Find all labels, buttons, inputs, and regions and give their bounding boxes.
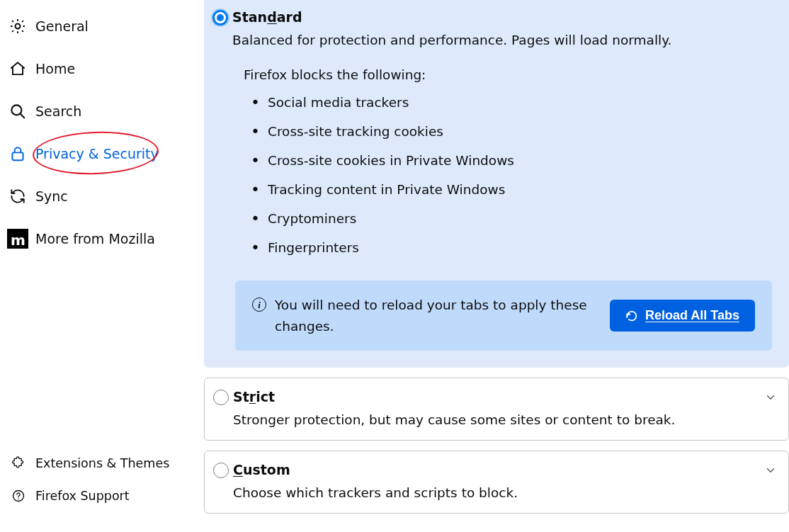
home-icon [7, 58, 28, 79]
sidebar-item-label: Sync [35, 188, 68, 204]
mozilla-icon: m [7, 228, 28, 249]
blocks-list-item: Cross-site tracking cookies [255, 117, 772, 146]
sidebar-footer-extensions[interactable]: Extensions & Themes [0, 450, 204, 477]
preferences-main-pane: Standard Balanced for protection and per… [204, 0, 789, 532]
sidebar-footer-support[interactable]: Firefox Support [0, 482, 204, 509]
title-access-key: C [233, 462, 243, 477]
gear-icon [7, 16, 28, 37]
reload-button-label: Reload All Tabs [645, 308, 739, 323]
sidebar-item-home[interactable]: Home [0, 52, 204, 85]
blocks-list-item: Cryptominers [255, 204, 772, 233]
blocks-list-item: Cross-site cookies in Private Windows [255, 146, 772, 175]
blocks-list-item: Social media trackers [255, 88, 772, 117]
sidebar-item-general[interactable]: General [0, 10, 204, 43]
blocks-list-item: Fingerprinters [255, 233, 772, 262]
reload-icon [625, 310, 638, 322]
tracking-option-custom[interactable]: Custom Choose which trackers and scripts… [204, 451, 789, 514]
tracking-option-description: Stronger protection, but may cause some … [233, 412, 771, 427]
sidebar-item-label: Search [35, 103, 81, 119]
sidebar-item-sync[interactable]: Sync [0, 180, 204, 213]
radio-standard[interactable] [212, 10, 228, 26]
chevron-down-icon [764, 391, 777, 404]
preferences-nav-list: General Home Search [0, 0, 204, 265]
reload-message: You will need to reload your tabs to app… [275, 295, 592, 336]
tracking-option-description: Choose which trackers and scripts to blo… [233, 485, 771, 500]
radio-strict[interactable] [213, 390, 229, 405]
svg-rect-2 [12, 152, 23, 160]
title-access-key: r [249, 389, 256, 404]
search-icon [7, 101, 28, 122]
sidebar-item-privacy-security[interactable]: Privacy & Security [0, 137, 204, 170]
title-prefix: Stan [232, 9, 267, 25]
info-icon: i [252, 298, 266, 312]
title-access-key: d [267, 9, 277, 25]
sidebar-footer-label: Firefox Support [35, 489, 130, 503]
tracking-option-title: Standard [232, 9, 302, 25]
blocks-list: Social media trackers Cross-site trackin… [255, 88, 772, 262]
reload-all-tabs-button[interactable]: Reload All Tabs [610, 300, 755, 332]
puzzle-icon [10, 455, 27, 472]
blocks-heading: Firefox blocks the following: [244, 67, 772, 82]
chevron-down-icon [764, 464, 777, 477]
title-suffix: ard [277, 9, 302, 25]
tracking-option-strict[interactable]: Strict Stronger protection, but may caus… [204, 378, 789, 441]
sidebar-item-search[interactable]: Search [0, 95, 204, 128]
preferences-sidebar-footer: Extensions & Themes Firefox Support [0, 444, 204, 515]
reload-tabs-banner: i You will need to reload your tabs to a… [235, 281, 772, 351]
sidebar-item-label: General [35, 18, 89, 34]
title-suffix: ict [256, 389, 275, 404]
sidebar-item-label: More from Mozilla [35, 231, 155, 247]
radio-custom[interactable] [213, 463, 229, 478]
sidebar-item-more-mozilla[interactable]: m More from Mozilla [0, 222, 204, 255]
tracking-option-title: Custom [233, 462, 290, 477]
tracking-option-title: Strict [233, 389, 275, 404]
tracking-option-standard: Standard Balanced for protection and per… [204, 0, 789, 368]
sidebar-footer-label: Extensions & Themes [35, 456, 169, 470]
tracking-option-description: Balanced for protection and performance.… [232, 33, 772, 47]
title-suffix: ustom [243, 462, 290, 477]
svg-point-0 [16, 24, 21, 29]
help-icon [10, 487, 27, 504]
sidebar-item-label: Privacy & Security [35, 146, 159, 162]
sync-icon [7, 186, 28, 207]
sidebar-item-label: Home [35, 61, 75, 77]
preferences-sidebar: General Home Search [0, 0, 204, 532]
lock-icon [7, 143, 28, 164]
svg-point-4 [18, 498, 19, 499]
title-prefix: St [233, 389, 249, 404]
blocks-list-item: Tracking content in Private Windows [255, 175, 772, 204]
